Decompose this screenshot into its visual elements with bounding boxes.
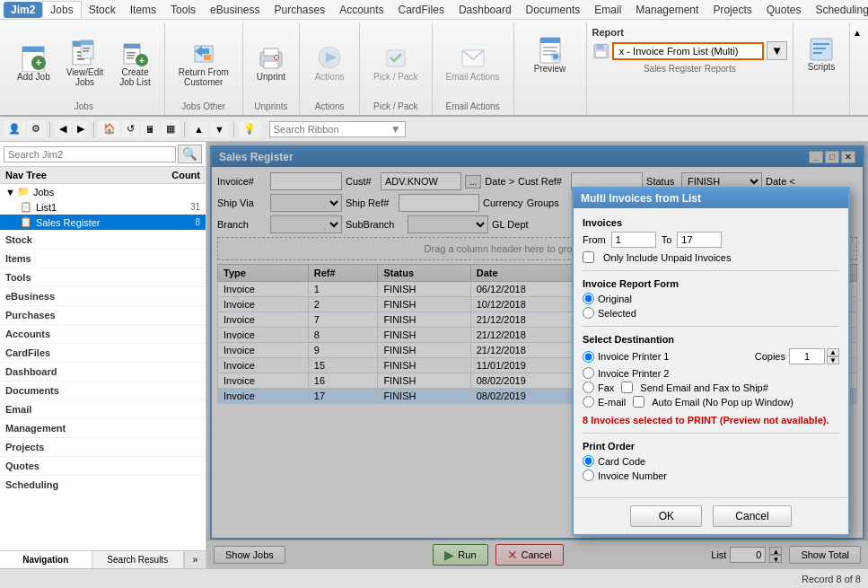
search-input[interactable] — [274, 124, 390, 135]
menu-management[interactable]: Management — [628, 2, 706, 18]
nav-item-email[interactable]: Email — [0, 399, 206, 418]
printorder-invoicenum-radio[interactable] — [583, 470, 594, 481]
nav-item-dashboard[interactable]: Dashboard — [0, 362, 206, 381]
dest-email[interactable]: E-mail — [583, 396, 626, 408]
search-dropdown-icon[interactable]: ▼ — [390, 123, 401, 136]
nav-tab-navigation[interactable]: Navigation — [0, 551, 92, 568]
toolbar-calc-btn[interactable]: 🖩 — [141, 121, 160, 137]
nav-item-cardfiles[interactable]: CardFiles — [0, 343, 206, 362]
fax-email-checkbox[interactable] — [621, 382, 633, 393]
nav-item-accounts[interactable]: Accounts — [0, 324, 206, 343]
modal-ok-btn[interactable]: OK — [630, 505, 702, 527]
modal-reportform-label: Invoice Report Form — [583, 278, 839, 289]
menu-tools[interactable]: Tools — [163, 2, 203, 18]
unpaid-checkbox[interactable] — [583, 251, 594, 263]
nav-item-jobs[interactable]: ▼ 📁 Jobs — [0, 184, 206, 199]
ribbon-group-jobs-other: Return FromCustomer Jobs Other — [165, 23, 243, 115]
menu-dashboard[interactable]: Dashboard — [452, 2, 519, 18]
report-name-input[interactable] — [612, 42, 764, 60]
toolbar-refresh-btn[interactable]: ↺ — [122, 120, 139, 137]
nav-item-ebusiness[interactable]: eBusiness — [0, 286, 206, 305]
nav-item-purchases[interactable]: Purchases — [0, 305, 206, 324]
menu-accounts[interactable]: Accounts — [332, 2, 390, 18]
menu-items[interactable]: Items — [123, 2, 163, 18]
nav-item-projects[interactable]: Projects — [0, 437, 206, 456]
nav-item-management[interactable]: Management — [0, 418, 206, 437]
reportform-selected[interactable]: Selected — [583, 307, 839, 319]
menu-documents[interactable]: Documents — [519, 2, 588, 18]
auto-email-checkbox[interactable] — [633, 396, 644, 408]
svg-rect-24 — [264, 48, 278, 56]
nav-item-tools[interactable]: Tools — [0, 268, 206, 286]
toolbar-home-btn[interactable]: 🏠 — [99, 120, 120, 137]
toolbar-user-btn[interactable]: 👤 — [4, 120, 25, 137]
dest-printer2[interactable]: Invoice Printer 2 — [583, 367, 839, 379]
menu-ebusiness[interactable]: eBusiness — [203, 2, 267, 18]
ribbon-group-jobs-label: Jobs — [75, 98, 93, 111]
printorder-cardcode[interactable]: Card Code — [583, 455, 839, 467]
menu-jobs[interactable]: Jobs — [42, 1, 81, 18]
menu-projects[interactable]: Projects — [706, 2, 758, 18]
toolbar-back-btn[interactable]: ◀ — [55, 120, 71, 137]
modal-cancel-btn[interactable]: Cancel — [713, 505, 791, 527]
view-edit-jobs-button[interactable]: View/EditJobs — [60, 31, 110, 94]
unprint-button[interactable]: Unprint — [250, 31, 292, 94]
menu-scheduling[interactable]: Scheduling — [808, 2, 868, 18]
nav-item-documents[interactable]: Documents — [0, 381, 206, 399]
return-customer-button[interactable]: Return FromCustomer — [172, 31, 235, 94]
reportform-original[interactable]: Original — [583, 293, 839, 304]
menu-cardfiles[interactable]: CardFiles — [391, 2, 452, 18]
nav-tab-arrow[interactable]: » — [184, 551, 206, 568]
dest-fax-radio[interactable] — [583, 382, 594, 393]
from-input[interactable] — [611, 232, 656, 248]
copies-down-btn[interactable]: ▼ — [827, 356, 839, 364]
dest-printer1-radio[interactable] — [583, 351, 594, 363]
nav-item-list1[interactable]: 📋 List1 31 — [0, 199, 206, 215]
dest-fax[interactable]: Fax — [583, 382, 614, 393]
nav-salesreg-icon: 📋 — [20, 216, 32, 228]
toolbar-bulb-btn[interactable]: 💡 — [239, 120, 260, 137]
nav-item-items[interactable]: Items — [0, 249, 206, 268]
modal-div-2 — [583, 326, 839, 327]
toolbar-forward-btn[interactable]: ▶ — [73, 120, 89, 137]
nav-item-stock[interactable]: Stock — [0, 230, 206, 249]
create-job-list-button[interactable]: + CreateJob List — [113, 31, 156, 94]
toolbar-down-btn[interactable]: ▼ — [210, 121, 229, 137]
ribbon-collapse-btn[interactable]: ▲ — [852, 27, 863, 39]
copies-up-btn[interactable]: ▲ — [827, 348, 839, 356]
menu-purchases[interactable]: Purchases — [267, 2, 332, 18]
emailactions-button[interactable]: Email Actions — [440, 31, 506, 94]
dest-printer2-radio[interactable] — [583, 367, 594, 379]
dest-email-radio[interactable] — [583, 396, 594, 408]
toolbar-grid-btn[interactable]: ▦ — [162, 120, 180, 137]
toolbar-sep-2 — [93, 121, 94, 137]
menu-quotes[interactable]: Quotes — [759, 2, 809, 18]
preview-button[interactable]: Preview — [528, 27, 573, 81]
copies-input[interactable] — [789, 348, 825, 364]
dest-printer1[interactable]: Invoice Printer 1 — [583, 351, 669, 363]
reportform-original-radio[interactable] — [583, 293, 594, 304]
nav-item-quotes[interactable]: Quotes — [0, 456, 206, 475]
nav-list1-icon: 📋 — [20, 201, 32, 213]
actions-label: Actions — [315, 72, 345, 82]
toolbar-up-btn[interactable]: ▲ — [189, 121, 208, 137]
add-job-button[interactable]: + Add Job — [11, 31, 57, 94]
actions-button[interactable]: Actions — [307, 31, 352, 94]
printorder-invoicenum[interactable]: Invoice Number — [583, 470, 839, 481]
report-dropdown-btn[interactable]: ▼ — [767, 41, 787, 60]
nav-item-salesreg[interactable]: 📋 Sales Register 8 — [0, 215, 206, 230]
pickpack-button[interactable]: Pick / Pack — [367, 31, 424, 94]
menu-email[interactable]: Email — [587, 2, 628, 18]
nav-search-input[interactable] — [4, 146, 176, 162]
to-input[interactable] — [677, 232, 722, 248]
menu-stock[interactable]: Stock — [82, 2, 123, 18]
nav-item-scheduling[interactable]: Scheduling — [0, 475, 206, 494]
printorder-cardcode-radio[interactable] — [583, 455, 594, 467]
nav-tab-search[interactable]: Search Results — [92, 551, 185, 568]
menu-jim2[interactable]: Jim2 — [4, 2, 42, 18]
scripts-button[interactable]: Scripts — [799, 27, 844, 81]
reportform-selected-radio[interactable] — [583, 307, 594, 319]
svg-rect-11 — [83, 48, 90, 49]
toolbar-settings-btn[interactable]: ⚙ — [27, 120, 45, 137]
nav-search-btn[interactable]: 🔍 — [178, 145, 202, 163]
